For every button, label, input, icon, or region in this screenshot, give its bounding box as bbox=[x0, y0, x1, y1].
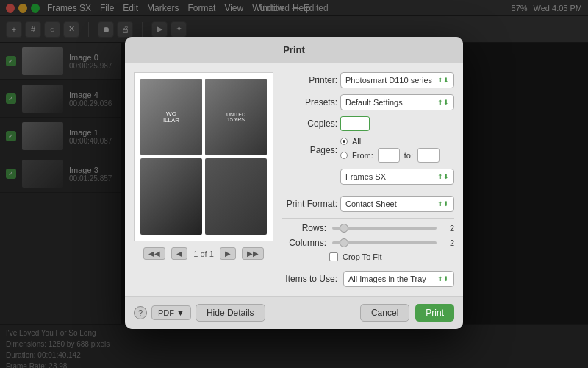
columns-value: 2 bbox=[442, 238, 454, 247]
page-info: 1 of 1 bbox=[193, 250, 214, 258]
app-value: Frames SX bbox=[345, 172, 386, 181]
presets-row: Presets: Default Settings ⬆⬇ bbox=[282, 94, 454, 110]
printer-row: Printer: Photosmart D110 series ⬆⬇ bbox=[282, 72, 454, 88]
copies-input[interactable]: 1 bbox=[340, 116, 370, 131]
pdf-arrow-icon: ▼ bbox=[176, 308, 184, 317]
columns-slider[interactable] bbox=[332, 241, 437, 244]
preview-image-3 bbox=[205, 158, 267, 235]
copies-label: Copies: bbox=[282, 118, 337, 129]
printer-arrow: ⬆⬇ bbox=[437, 77, 449, 84]
footer-right: Cancel Print bbox=[360, 304, 454, 322]
printer-control: Photosmart D110 series ⬆⬇ bbox=[340, 72, 454, 88]
preview-image-0: WOILLAR bbox=[140, 79, 202, 155]
pages-range-radio[interactable] bbox=[340, 152, 348, 159]
pages-range-row: From: 1 to: 1 bbox=[340, 148, 440, 163]
rows-row: Rows: 2 bbox=[282, 223, 454, 233]
rows-slider[interactable] bbox=[332, 227, 437, 230]
pages-all-label: All bbox=[352, 137, 361, 146]
dialog-body: WOILLAR UNITED15 YRS ◀◀ ◀ 1 of 1 bbox=[125, 63, 463, 296]
items-select[interactable]: All Images in the Tray ⬆⬇ bbox=[343, 271, 454, 287]
print-button[interactable]: Print bbox=[415, 304, 454, 322]
presets-select[interactable]: Default Settings ⬆⬇ bbox=[340, 94, 454, 110]
help-button[interactable]: ? bbox=[134, 306, 147, 319]
crop-to-fit-checkbox[interactable] bbox=[329, 252, 338, 261]
print-dialog: Print WOILLAR UNITED15 YRS bbox=[125, 37, 463, 329]
items-row: Items to Use: All Images in the Tray ⬆⬇ bbox=[282, 271, 454, 287]
section-divider-2 bbox=[282, 218, 454, 219]
prev-page-button[interactable]: ◀◀ bbox=[143, 247, 165, 260]
pdf-button[interactable]: PDF ▼ bbox=[151, 305, 191, 320]
printer-value: Photosmart D110 series bbox=[345, 76, 432, 85]
printer-select[interactable]: Photosmart D110 series ⬆⬇ bbox=[340, 72, 454, 88]
print-format-row: Print Format: Contact Sheet ⬆⬇ bbox=[282, 196, 454, 212]
next-page-button[interactable]: ▶▶ bbox=[242, 247, 264, 260]
items-control: All Images in the Tray ⬆⬇ bbox=[343, 271, 454, 287]
crop-to-fit-label: Crop To Fit bbox=[343, 252, 382, 261]
pages-from-label: From: bbox=[352, 151, 373, 160]
app-row: Frames SX ⬆⬇ bbox=[282, 169, 454, 185]
print-format-select[interactable]: Contact Sheet ⬆⬇ bbox=[340, 196, 454, 212]
dialog-footer: ? PDF ▼ Hide Details Cancel Print bbox=[125, 296, 463, 329]
footer-left: ? PDF ▼ Hide Details bbox=[134, 304, 265, 322]
print-format-value: Contact Sheet bbox=[345, 199, 397, 208]
items-value: All Images in the Tray bbox=[348, 275, 426, 283]
section-divider-1 bbox=[282, 191, 454, 191]
columns-label: Columns: bbox=[282, 238, 326, 248]
section-divider-3 bbox=[282, 266, 454, 266]
prev-button[interactable]: ◀ bbox=[171, 247, 187, 260]
pages-to-input[interactable]: 1 bbox=[417, 148, 440, 163]
app-control: Frames SX ⬆⬇ bbox=[340, 169, 454, 185]
printer-label: Printer: bbox=[282, 75, 337, 85]
rows-value: 2 bbox=[442, 224, 454, 233]
items-arrow: ⬆⬇ bbox=[437, 275, 449, 283]
presets-value: Default Settings bbox=[345, 98, 403, 107]
pages-radio-group: All From: 1 to: 1 bbox=[340, 137, 440, 163]
dialog-title: Print bbox=[125, 37, 463, 63]
cancel-button[interactable]: Cancel bbox=[360, 304, 409, 322]
preview-paper: WOILLAR UNITED15 YRS bbox=[134, 72, 273, 241]
pages-label: Pages: bbox=[282, 145, 337, 155]
app-arrow: ⬆⬇ bbox=[437, 173, 449, 180]
pages-all-radio[interactable] bbox=[340, 138, 348, 145]
dialog-form: Printer: Photosmart D110 series ⬆⬇ Prese… bbox=[282, 72, 454, 287]
dialog-overlay: Print WOILLAR UNITED15 YRS bbox=[0, 0, 588, 368]
preview-image-2 bbox=[140, 158, 202, 235]
pages-from-input[interactable]: 1 bbox=[378, 148, 400, 163]
pages-control: All From: 1 to: 1 bbox=[340, 137, 454, 163]
print-format-control: Contact Sheet ⬆⬇ bbox=[340, 196, 454, 212]
pages-all-row: All bbox=[340, 137, 440, 146]
pages-row: Pages: All From: 1 to: bbox=[282, 137, 454, 163]
preview-nav: ◀◀ ◀ 1 of 1 ▶ ▶▶ bbox=[134, 247, 273, 260]
pdf-label: PDF bbox=[158, 308, 174, 317]
rows-label: Rows: bbox=[282, 223, 326, 233]
app-select[interactable]: Frames SX ⬆⬇ bbox=[340, 169, 454, 185]
crop-to-fit-row: Crop To Fit bbox=[329, 252, 454, 261]
dialog-preview: WOILLAR UNITED15 YRS ◀◀ ◀ 1 of 1 bbox=[134, 72, 273, 287]
copies-row: Copies: 1 bbox=[282, 116, 454, 131]
copies-control: 1 bbox=[340, 116, 454, 131]
hide-details-button[interactable]: Hide Details bbox=[196, 304, 265, 322]
rows-slider-thumb[interactable] bbox=[340, 224, 348, 233]
next-button[interactable]: ▶ bbox=[220, 247, 236, 260]
presets-arrow: ⬆⬇ bbox=[437, 99, 449, 106]
presets-label: Presets: bbox=[282, 97, 337, 107]
pages-to-label: to: bbox=[404, 151, 413, 160]
columns-slider-thumb[interactable] bbox=[340, 238, 348, 247]
presets-control: Default Settings ⬆⬇ bbox=[340, 94, 454, 110]
preview-image-1: UNITED15 YRS bbox=[205, 79, 267, 155]
print-format-label: Print Format: bbox=[282, 199, 337, 209]
items-label: Items to Use: bbox=[282, 274, 337, 284]
columns-row: Columns: 2 bbox=[282, 238, 454, 248]
print-format-arrow: ⬆⬇ bbox=[437, 200, 449, 208]
